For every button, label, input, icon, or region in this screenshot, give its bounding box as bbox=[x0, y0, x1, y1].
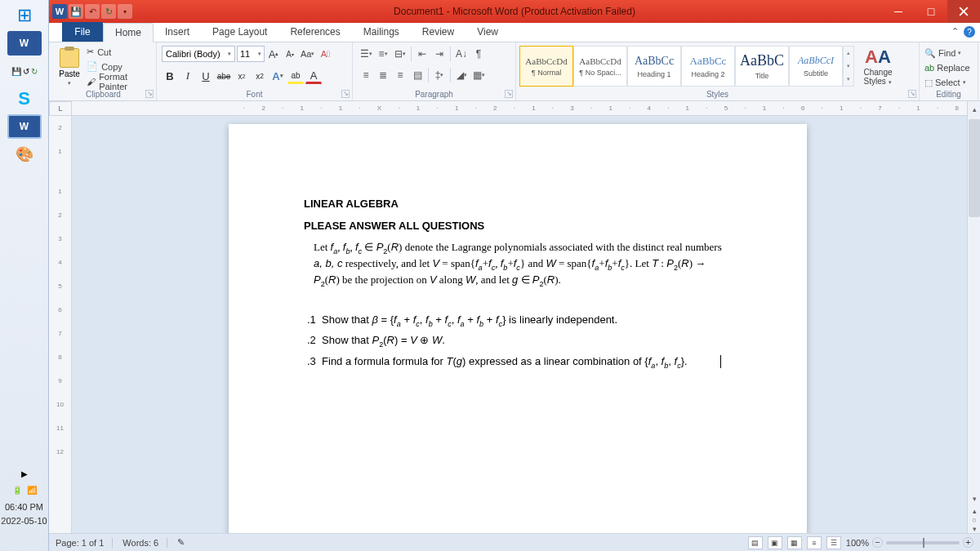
align-left-button[interactable]: ≡ bbox=[358, 67, 374, 83]
clear-format-button[interactable]: A⃠ bbox=[318, 46, 332, 62]
tab-home[interactable]: Home bbox=[103, 23, 154, 42]
paragraph-label: Paragraph bbox=[353, 90, 515, 99]
ruler-corner[interactable]: L bbox=[49, 101, 72, 116]
file-tab[interactable]: File bbox=[62, 22, 103, 42]
showhide-button[interactable]: ¶ bbox=[470, 46, 487, 62]
numbering-button[interactable]: ≡▾ bbox=[375, 46, 391, 62]
tab-mailings[interactable]: Mailings bbox=[352, 22, 411, 42]
format-painter-button[interactable]: 🖌Format Painter bbox=[87, 74, 151, 88]
document-page[interactable]: LINEAR ALGEBRA PLEASE ANSWER ALL QUESTIO… bbox=[229, 124, 807, 533]
bullets-button[interactable]: ☰▾ bbox=[358, 46, 374, 62]
tab-page-layout[interactable]: Page Layout bbox=[201, 22, 278, 42]
question-1: .1 Show that β = {fa + fc, fb + fc, fa +… bbox=[307, 313, 732, 328]
zoom-slider[interactable] bbox=[886, 541, 960, 544]
save-icon[interactable]: 💾 bbox=[69, 4, 83, 19]
change-styles-button[interactable]: AAChangeStyles ▾ bbox=[859, 47, 897, 86]
highlight-button[interactable]: ab bbox=[287, 68, 304, 84]
help-icon[interactable]: ? bbox=[964, 26, 975, 38]
tab-insert[interactable]: Insert bbox=[154, 22, 201, 42]
change-case-button[interactable]: Aa▾ bbox=[299, 46, 316, 62]
maximize-button[interactable]: □ bbox=[915, 0, 947, 23]
style---normal[interactable]: AaBbCcDd¶ Normal bbox=[519, 46, 573, 87]
underline-button[interactable]: U bbox=[198, 68, 214, 84]
quick-access-toolbar[interactable]: W 💾 ↶ ↻ ▾ bbox=[49, 4, 136, 19]
minimize-button[interactable]: ─ bbox=[882, 0, 915, 23]
scroll-down-icon[interactable]: ▾ bbox=[968, 492, 980, 505]
zoom-value[interactable]: 100% bbox=[846, 538, 869, 548]
grow-font-button[interactable]: A▴ bbox=[266, 46, 281, 62]
fullscreen-view[interactable]: ▣ bbox=[768, 536, 782, 549]
cut-label: Cut bbox=[97, 47, 111, 57]
text-effects-button[interactable]: A▾ bbox=[270, 68, 286, 84]
styles-more-button[interactable]: ▴▾▾ bbox=[843, 46, 854, 87]
word-taskbar-icon[interactable]: W bbox=[7, 31, 42, 56]
outline-view[interactable]: ≡ bbox=[807, 536, 822, 549]
page-indicator[interactable]: Page: 1 of 1 bbox=[56, 538, 113, 548]
tab-references[interactable]: References bbox=[278, 22, 351, 42]
proofing-icon[interactable]: ✎ bbox=[177, 537, 193, 548]
clipboard-launcher[interactable]: ↘ bbox=[145, 90, 154, 98]
copy-icon: 📄 bbox=[87, 61, 98, 72]
borders-button[interactable]: ▦▾ bbox=[470, 67, 487, 83]
paint-icon[interactable]: 🎨 bbox=[7, 142, 42, 167]
zoom-out-button[interactable]: − bbox=[872, 537, 883, 548]
ribbon-min-icon[interactable]: ⌃ bbox=[951, 26, 959, 38]
tray-expand-icon[interactable]: ▶ bbox=[21, 469, 28, 478]
replace-button[interactable]: abReplace bbox=[924, 61, 973, 74]
style-title[interactable]: AaBbCTitle bbox=[735, 46, 789, 87]
style-heading-1[interactable]: AaBbCcHeading 1 bbox=[627, 46, 681, 87]
start-button[interactable]: ⊞ bbox=[7, 3, 42, 28]
style-subtitle[interactable]: AaBbCcISubtitle bbox=[789, 46, 843, 87]
vertical-ruler[interactable]: 21123456789101112 bbox=[49, 116, 72, 533]
align-center-button[interactable]: ≣ bbox=[375, 67, 391, 83]
vertical-scrollbar[interactable]: ▴ ▾ ▴○▾ bbox=[967, 101, 980, 533]
styles-launcher[interactable]: ↘ bbox=[908, 90, 916, 98]
redo-icon[interactable]: ↻ bbox=[101, 4, 116, 19]
status-bar: Page: 1 of 1 Words: 6 ✎ ▤ ▣ ▦ ≡ ☰ 100% −… bbox=[49, 533, 980, 551]
close-button[interactable] bbox=[947, 0, 980, 23]
italic-button[interactable]: I bbox=[180, 68, 196, 84]
cut-button[interactable]: ✂Cut bbox=[87, 45, 151, 59]
dec-indent-button[interactable]: ⇤ bbox=[414, 46, 430, 62]
tab-view[interactable]: View bbox=[466, 22, 510, 42]
horizontal-ruler[interactable]: · 2 · 1 · 1 · X · 1 · 1 · 2 · 1 · 3 · 1 … bbox=[72, 101, 967, 116]
word-count[interactable]: Words: 6 bbox=[122, 538, 167, 548]
style-heading-2[interactable]: AaBbCcHeading 2 bbox=[681, 46, 735, 87]
font-size-combo[interactable]: 11▾ bbox=[237, 46, 265, 62]
skype-icon[interactable]: S bbox=[7, 87, 42, 111]
web-view[interactable]: ▦ bbox=[787, 536, 802, 549]
find-button[interactable]: 🔍Find▾ bbox=[924, 47, 973, 60]
shading-button[interactable]: ◢▾ bbox=[453, 67, 470, 83]
tab-review[interactable]: Review bbox=[411, 22, 466, 42]
superscript-button[interactable]: x2 bbox=[252, 68, 268, 84]
strike-button[interactable]: abe bbox=[216, 68, 232, 84]
word-app-icon[interactable]: W bbox=[7, 114, 42, 139]
bold-button[interactable]: B bbox=[162, 68, 178, 84]
paragraph-launcher[interactable]: ↘ bbox=[505, 90, 513, 98]
select-button[interactable]: ⬚Select▾ bbox=[924, 76, 973, 89]
line-spacing-button[interactable]: ‡▾ bbox=[431, 67, 448, 83]
justify-button[interactable]: ▤ bbox=[409, 67, 425, 83]
font-name-combo[interactable]: Calibri (Body)▾ bbox=[162, 46, 235, 62]
zoom-in-button[interactable]: + bbox=[963, 537, 973, 548]
paste-button[interactable]: Paste ▾ bbox=[56, 45, 83, 89]
undo-icon[interactable]: ↶ bbox=[85, 4, 100, 19]
font-color-button[interactable]: A bbox=[305, 68, 322, 84]
browse-object-nav[interactable]: ▴○▾ bbox=[968, 507, 980, 533]
scroll-thumb[interactable] bbox=[969, 119, 980, 217]
align-right-button[interactable]: ≡ bbox=[392, 67, 408, 83]
multilevel-button[interactable]: ⊟▾ bbox=[392, 46, 408, 62]
sort-button[interactable]: A↓ bbox=[453, 46, 470, 62]
inc-indent-button[interactable]: ⇥ bbox=[431, 46, 448, 62]
shrink-font-button[interactable]: A▾ bbox=[283, 46, 297, 62]
scroll-up-icon[interactable]: ▴ bbox=[968, 103, 980, 116]
subscript-button[interactable]: x2 bbox=[234, 68, 250, 84]
font-launcher[interactable]: ↘ bbox=[341, 90, 350, 98]
qat-undo-group[interactable]: 💾↺↻ bbox=[7, 59, 42, 83]
draft-view[interactable]: ☰ bbox=[826, 536, 841, 549]
tray-icons[interactable]: 🔋📶 bbox=[12, 486, 37, 495]
qat-more-icon[interactable]: ▾ bbox=[118, 4, 132, 19]
paragraph-group: ☰▾ ≡▾ ⊟▾ ⇤ ⇥ A↓ ¶ ≡ ≣ ≡ ▤ ‡▾ ◢▾ ▦▾ bbox=[353, 42, 516, 100]
print-layout-view[interactable]: ▤ bbox=[748, 536, 763, 549]
style---no-spaci---[interactable]: AaBbCcDd¶ No Spaci... bbox=[573, 46, 627, 87]
